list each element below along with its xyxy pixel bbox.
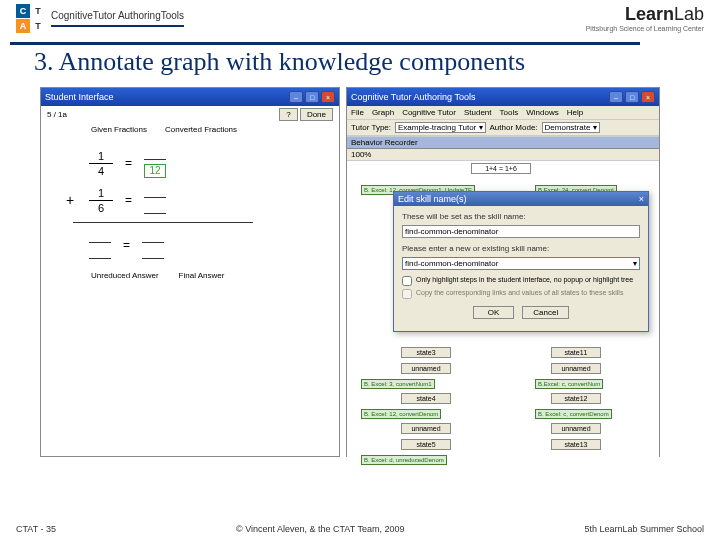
converted-fraction-2[interactable] xyxy=(144,186,166,214)
graph-edge-3r[interactable]: B. Excel: c, convertDenom xyxy=(535,409,612,419)
equals-sign: = xyxy=(125,156,132,170)
given-fractions-label: Given Fractions xyxy=(91,125,147,134)
menu-cogtutor[interactable]: Cognitive Tutor xyxy=(402,108,456,117)
unreduced-answer-field[interactable] xyxy=(89,231,111,259)
menu-help[interactable]: Help xyxy=(567,108,583,117)
author-mode-select[interactable]: Demonstrate ▾ xyxy=(542,122,600,133)
ctat-logo-icon: CT AT xyxy=(16,4,45,33)
graph-node-unnamed-2[interactable]: unnamed xyxy=(551,363,601,374)
final-label: Final Answer xyxy=(179,271,225,280)
final-answer-field[interactable] xyxy=(142,231,164,259)
tutor-type-select[interactable]: Example-tracing Tutor ▾ xyxy=(395,122,486,133)
graph-edge-5[interactable]: B. Excel: d, unreducedDenom xyxy=(361,455,447,465)
author-mode-label: Author Mode: xyxy=(490,123,538,132)
learnlab-logo: LearnLearnLabLab Pittsburgh Science of L… xyxy=(586,4,704,32)
graph-node-state3[interactable]: state3 xyxy=(401,347,451,358)
student-interface-title: Student Interface xyxy=(45,92,114,102)
maximize-icon[interactable]: □ xyxy=(305,91,319,103)
graph-node-state11[interactable]: state11 xyxy=(551,347,601,358)
graph-edge-3[interactable]: B. Excel: 12, convertDenom xyxy=(361,409,441,419)
close-icon[interactable]: × xyxy=(321,91,335,103)
student-interface-titlebar: Student Interface – □ × xyxy=(41,88,339,106)
skill-name-input[interactable]: find-common-denominator xyxy=(402,225,640,238)
minimize-icon[interactable]: – xyxy=(609,91,623,103)
ctat-window-title: Cognitive Tutor Authoring Tools xyxy=(351,92,475,102)
graph-top-box[interactable]: 1+4 = 1+6 xyxy=(471,163,531,174)
footer-right: 5th LearnLab Summer School xyxy=(584,524,704,534)
slide-title: 3. Annotate graph with knowledge compone… xyxy=(0,45,720,87)
dialog-close-icon[interactable]: × xyxy=(639,194,644,204)
behavior-graph[interactable]: 1+4 = 1+6 B. Excel: 12, convertDenom1, U… xyxy=(347,161,659,169)
ctat-titlebar: Cognitive Tutor Authoring Tools – □ × xyxy=(347,88,659,106)
equals-sign-3: = xyxy=(123,238,130,252)
behavior-recorder-label: Behavior Recorder xyxy=(347,137,659,149)
graph-node-unnamed-4[interactable]: unnamed xyxy=(551,423,601,434)
menu-graph[interactable]: Graph xyxy=(372,108,394,117)
unreduced-label: Unreduced Answer xyxy=(91,271,159,280)
dialog-ok-button[interactable]: OK xyxy=(473,306,515,319)
done-button[interactable]: Done xyxy=(300,108,333,121)
maximize-icon[interactable]: □ xyxy=(625,91,639,103)
graph-node-state13[interactable]: state13 xyxy=(551,439,601,450)
menu-tools[interactable]: Tools xyxy=(500,108,519,117)
graph-node-state4[interactable]: state4 xyxy=(401,393,451,404)
ctat-logo-block: CT AT CognitiveTutor AuthoringTools xyxy=(16,4,184,33)
student-interface-window: Student Interface – □ × 5 / 1a ? Done Gi… xyxy=(40,87,340,457)
close-icon[interactable]: × xyxy=(641,91,655,103)
graph-edge-2r[interactable]: B.Excel: c, convertNum xyxy=(535,379,603,389)
graph-node-unnamed-3[interactable]: unnamed xyxy=(401,423,451,434)
dialog-cb2-label: Copy the corresponding links and values … xyxy=(416,289,623,296)
dialog-checkbox-2 xyxy=(402,289,412,299)
frac1-num: 1 xyxy=(98,150,104,162)
slide-footer: CTAT - 35 © Vincent Aleven, & the CTAT T… xyxy=(0,524,720,534)
zoom-level[interactable]: 100% xyxy=(347,149,659,161)
ctat-logo-text: CognitiveTutor AuthoringTools xyxy=(51,10,184,27)
footer-left: CTAT - 35 xyxy=(16,524,56,534)
edit-skill-dialog: Edit skill name(s) × These will be set a… xyxy=(393,191,649,332)
learnlab-sub: Pittsburgh Science of Learning Center xyxy=(586,25,704,32)
chevron-down-icon: ▾ xyxy=(633,259,637,268)
equals-sign-2: = xyxy=(125,193,132,207)
ctat-toolbar: Tutor Type: Example-tracing Tutor ▾ Auth… xyxy=(347,120,659,136)
graph-node-state5[interactable]: state5 xyxy=(401,439,451,450)
menu-student[interactable]: Student xyxy=(464,108,492,117)
help-button[interactable]: ? xyxy=(279,108,297,121)
ctat-menubar[interactable]: File Graph Cognitive Tutor Student Tools… xyxy=(347,106,659,120)
converted-fractions-label: Converted Fractions xyxy=(165,125,237,134)
dialog-line2: Please enter a new or existing skill nam… xyxy=(402,244,640,253)
graph-node-unnamed-1[interactable]: unnamed xyxy=(401,363,451,374)
dialog-title-text: Edit skill name(s) xyxy=(398,194,467,204)
dialog-cb1-label: Only highlight steps in the student inte… xyxy=(416,276,633,283)
converted-denom-field[interactable]: 12 xyxy=(144,164,166,178)
frac2-den: 6 xyxy=(98,202,104,214)
slide-header: CT AT CognitiveTutor AuthoringTools Lear… xyxy=(0,0,720,42)
problem-label: 5 / 1a xyxy=(47,110,67,119)
footer-center: © Vincent Aleven, & the CTAT Team, 2009 xyxy=(236,524,404,534)
graph-edge-2[interactable]: B. Excel: 3, convertNum1 xyxy=(361,379,435,389)
dialog-line1: These will be set as the skill name: xyxy=(402,212,640,221)
tutor-type-label: Tutor Type: xyxy=(351,123,391,132)
menu-windows[interactable]: Windows xyxy=(526,108,558,117)
frac1-den: 4 xyxy=(98,165,104,177)
fraction-2: 1 6 xyxy=(89,187,113,214)
skill-name-select[interactable]: find-common-denominator▾ xyxy=(402,257,640,270)
fraction-1: 1 4 xyxy=(89,150,113,177)
dialog-cancel-button[interactable]: Cancel xyxy=(522,306,569,319)
dialog-checkbox-1[interactable] xyxy=(402,276,412,286)
menu-file[interactable]: File xyxy=(351,108,364,117)
graph-node-state12[interactable]: state12 xyxy=(551,393,601,404)
ctat-authoring-window: Cognitive Tutor Authoring Tools – □ × Fi… xyxy=(346,87,660,457)
minimize-icon[interactable]: – xyxy=(289,91,303,103)
plus-sign: + xyxy=(63,192,77,208)
frac2-num: 1 xyxy=(98,187,104,199)
divider xyxy=(73,222,253,223)
converted-fraction-1[interactable]: 12 xyxy=(144,148,166,178)
